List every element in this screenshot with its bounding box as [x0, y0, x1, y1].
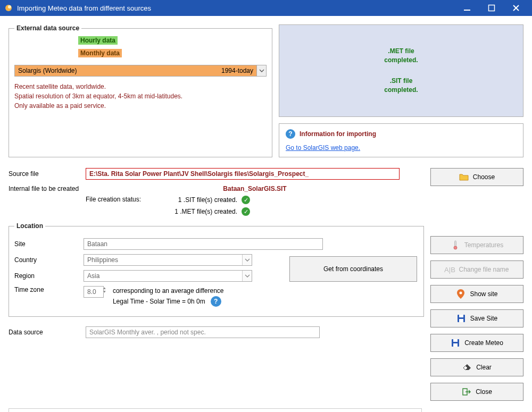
- met-created-text: 1 .MET file(s) created.: [168, 208, 237, 215]
- check-icon: ✓: [242, 207, 250, 216]
- close-label: Close: [476, 388, 492, 396]
- svg-rect-12: [453, 343, 458, 347]
- svg-rect-9: [459, 319, 463, 322]
- sit-status-2: completed.: [384, 86, 418, 95]
- chevron-down-icon: [242, 255, 252, 265]
- show-site-button[interactable]: Show site: [430, 285, 523, 303]
- thermometer-icon: [451, 240, 460, 250]
- status-bar: [9, 408, 422, 412]
- clear-button[interactable]: Clear: [430, 358, 523, 376]
- met-status-1: .MET file: [384, 47, 418, 56]
- country-label: Country: [14, 256, 84, 264]
- pin-icon: [456, 289, 466, 299]
- desc-line-3: Only available as a paid service.: [14, 101, 267, 111]
- hourly-data-badge: Hourly data: [78, 36, 118, 45]
- tz-label: Time zone: [14, 286, 84, 293]
- save-site-label: Save Site: [470, 315, 497, 322]
- chevron-down-icon: [256, 65, 266, 76]
- svg-point-6: [460, 292, 462, 295]
- eraser-icon: [462, 363, 472, 372]
- info-icon: ?: [286, 129, 295, 139]
- monthly-data-badge: Monthly data: [78, 49, 122, 57]
- close-button[interactable]: Close: [430, 383, 523, 401]
- rename-icon: A|B: [445, 265, 454, 274]
- tz-spinner[interactable]: ▲▼: [103, 286, 106, 293]
- get-coords-label: Get from coordinates: [323, 265, 383, 273]
- info-title: Information for importing: [300, 130, 376, 138]
- show-site-label: Show site: [470, 290, 497, 298]
- region-label: Region: [14, 272, 84, 280]
- info-box: ? Information for importing Go to SolarG…: [279, 123, 523, 157]
- met-status-2: completed.: [384, 56, 418, 65]
- sit-file-name: Bataan_SolarGIS.SIT: [86, 185, 424, 192]
- data-source-label: Data source: [9, 329, 86, 336]
- location-group: Location Site Country Philippines Region…: [9, 222, 424, 317]
- titlebar: Importing Meteo data from different sour…: [0, 0, 532, 16]
- external-data-source-group: External data source Hourly data Monthly…: [9, 24, 272, 157]
- save-site-button[interactable]: Save Site: [430, 309, 523, 327]
- country-select[interactable]: Philippines: [84, 254, 252, 266]
- create-meteo-button[interactable]: Create Meteo: [430, 334, 523, 352]
- provider-select[interactable]: Solargis (Worldwide) 1994-today: [14, 65, 267, 77]
- check-icon: ✓: [242, 196, 250, 204]
- status-box: .MET file completed. .SIT file completed…: [279, 24, 523, 117]
- svg-point-1: [8, 5, 11, 9]
- creation-status-label: File creation status:: [86, 196, 168, 216]
- svg-point-5: [454, 246, 457, 249]
- region-select[interactable]: Asia: [84, 270, 252, 282]
- folder-icon: [459, 172, 469, 182]
- site-label: Site: [14, 240, 84, 248]
- desc-line-1: Recent satellite data, worldwide.: [14, 82, 267, 91]
- svg-rect-2: [464, 10, 470, 11]
- get-coordinates-button[interactable]: Get from coordinates: [289, 256, 417, 282]
- save-icon: [451, 338, 460, 348]
- site-input[interactable]: [84, 238, 323, 250]
- provider-years: 1994-today: [221, 67, 253, 74]
- sit-created-text: 1 .SIT file(s) created.: [168, 196, 237, 204]
- tz-input[interactable]: [84, 286, 104, 298]
- help-icon[interactable]: ?: [211, 296, 221, 307]
- app-icon: [4, 4, 13, 12]
- temperatures-label: Temperatures: [464, 241, 503, 249]
- tz-text-2: Legal Time - Solar Time = 0h 0m: [113, 297, 205, 307]
- country-value: Philippines: [87, 256, 118, 264]
- internal-file-label: Internal file to be created: [9, 185, 86, 194]
- tz-text-1: corresponding to an average difference: [113, 286, 224, 296]
- svg-rect-4: [454, 241, 456, 247]
- svg-rect-11: [453, 339, 458, 342]
- desc-line-2: Spatial resolution of 3km at equator, 4-…: [14, 91, 267, 101]
- svg-rect-8: [459, 315, 463, 317]
- source-file-label: Source file: [9, 170, 86, 178]
- location-legend: Location: [14, 222, 45, 230]
- minimize-button[interactable]: [461, 2, 473, 14]
- svg-rect-3: [489, 5, 495, 11]
- clear-label: Clear: [476, 364, 492, 371]
- change-name-label: Change file name: [459, 266, 509, 273]
- provider-label: Solargis (Worldwide): [18, 67, 221, 74]
- exit-icon: [462, 387, 471, 397]
- source-file-path[interactable]: E:\Sta. Rita Solar Power Plant\JV Shell\…: [86, 168, 400, 180]
- choose-label: Choose: [473, 173, 495, 181]
- sit-status-1: .SIT file: [384, 77, 418, 86]
- maximize-button[interactable]: [485, 2, 498, 14]
- close-window-button[interactable]: [510, 2, 522, 14]
- external-legend: External data source: [14, 24, 81, 32]
- save-icon: [456, 314, 466, 323]
- temperatures-button: Temperatures: [430, 236, 523, 254]
- choose-button[interactable]: Choose: [430, 168, 523, 186]
- change-file-name-button: A|B Change file name: [430, 260, 523, 279]
- create-meteo-label: Create Meteo: [464, 339, 503, 347]
- region-value: Asia: [87, 272, 99, 280]
- data-source-input[interactable]: [86, 326, 320, 338]
- solargis-link[interactable]: Go to SolarGIS web page.: [286, 144, 360, 152]
- chevron-down-icon: [242, 271, 252, 281]
- window-title: Importing Meteo data from different sour…: [17, 4, 461, 12]
